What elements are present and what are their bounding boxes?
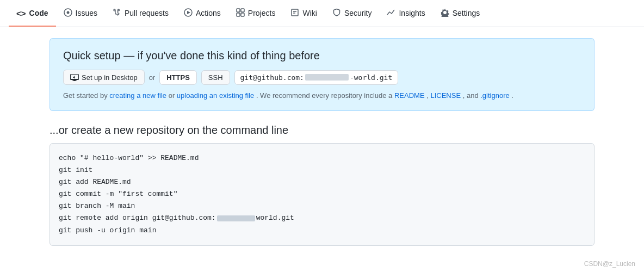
svg-rect-7 [241,13,244,16]
code-line-6: git remote add origin git@github.com:wor… [59,212,585,224]
setup-hint: Get started by creating a new file or up… [63,91,581,100]
license-link[interactable]: LICENSE [430,91,461,100]
svg-rect-4 [237,9,240,12]
https-button[interactable]: HTTPS [159,70,197,85]
svg-point-1 [66,11,69,14]
main-content: Quick setup — if you've done this kind o… [36,27,608,257]
projects-icon [236,8,245,18]
nav-bar: <> Code Issues Pull requests Actions Pro… [0,0,644,27]
desktop-icon [70,73,79,82]
wiki-icon [290,8,299,18]
nav-item-insights[interactable]: Insights [379,1,432,27]
actions-icon [184,8,193,18]
svg-marker-3 [187,11,190,14]
svg-rect-5 [241,9,244,12]
svg-rect-6 [237,13,240,16]
code-line-4: git commit -m "first commit" [59,188,585,200]
or-create-title: ...or create a new repository on the com… [49,124,595,137]
code-icon: <> [16,9,26,18]
repo-url-display[interactable]: git@github.com: -world.git [234,70,399,85]
url-suffix: -world.git [350,73,392,82]
code-line-1: echo "# hello-world" >> README.md [59,152,585,164]
code-line-3: git add README.md [59,176,585,188]
url-username-blur [305,74,349,81]
creating-new-file-link[interactable]: creating a new file [109,91,166,100]
settings-icon [441,8,449,18]
setup-desktop-button[interactable]: Set up in Desktop [63,70,145,85]
nav-item-settings[interactable]: Settings [433,1,488,27]
uploading-existing-file-link[interactable]: uploading an existing file [177,91,254,100]
quick-setup-box: Quick setup — if you've done this kind o… [49,38,595,111]
nav-item-security[interactable]: Security [325,1,380,27]
quick-setup-title: Quick setup — if you've done this kind o… [63,50,581,62]
or-label: or [149,73,156,82]
code-line-2: git init [59,164,585,176]
insights-icon [387,8,395,18]
ssh-button[interactable]: SSH [201,70,230,85]
or-create-section: ...or create a new repository on the com… [49,124,595,246]
nav-item-issues[interactable]: Issues [56,1,105,27]
nav-item-actions[interactable]: Actions [176,1,228,27]
nav-item-projects[interactable]: Projects [228,1,283,27]
code-line-7: git push -u origin main [59,225,585,237]
pull-request-icon [113,8,121,18]
issues-icon [64,8,72,18]
url-prefix: git@github.com: [240,73,304,82]
nav-item-pull-requests[interactable]: Pull requests [105,1,176,27]
nav-item-code[interactable]: <> Code [9,1,56,27]
security-icon [332,8,341,18]
code-username-blur [217,215,255,221]
nav-item-wiki[interactable]: Wiki [283,1,324,27]
gitignore-link[interactable]: .gitignore [480,91,509,100]
code-line-5: git branch -M main [59,200,585,212]
readme-link[interactable]: README [394,91,425,100]
quick-setup-controls: Set up in Desktop or HTTPS SSH git@githu… [63,70,581,85]
code-block: echo "# hello-world" >> README.md git in… [49,143,595,246]
